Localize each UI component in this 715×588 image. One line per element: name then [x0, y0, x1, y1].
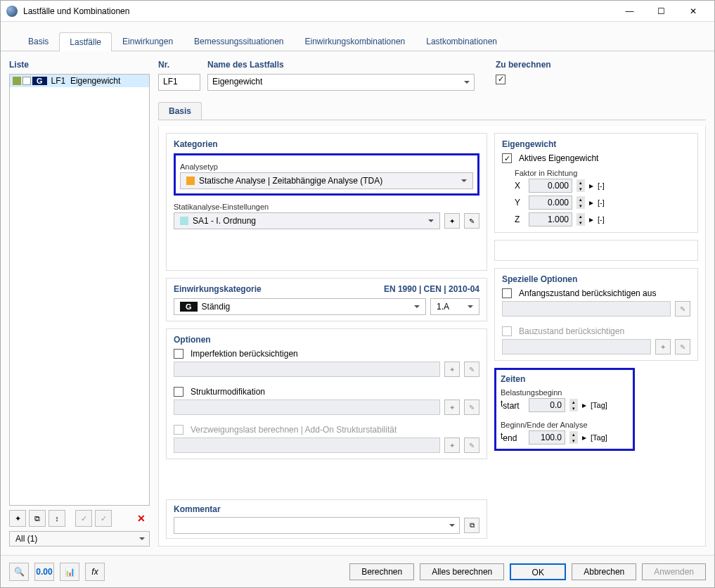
- filter-combo[interactable]: All (1): [9, 531, 150, 547]
- kommentar-btn[interactable]: ⧉: [464, 518, 479, 533]
- belastung-label: Belastungsbeginn: [501, 388, 629, 397]
- nr-input[interactable]: LF1: [158, 74, 200, 91]
- imperfektion-btn2: ✎: [464, 362, 479, 377]
- spezielle-panel: Spezielle Optionen Anfangszustand berück…: [494, 268, 698, 361]
- alles-berechnen-button[interactable]: Alles berechnen: [420, 563, 504, 580]
- spacer-panel-1: [494, 240, 698, 261]
- tab-lastkombinationen[interactable]: Lastkombinationen: [416, 32, 508, 51]
- calc-checkbox[interactable]: [496, 75, 505, 84]
- new-button[interactable]: ✦: [9, 510, 26, 527]
- anfang-checkbox[interactable]: [502, 288, 512, 298]
- units-button[interactable]: 0.00: [34, 563, 54, 581]
- tab-basis[interactable]: Basis: [18, 32, 59, 51]
- imperfektion-field: [174, 362, 440, 377]
- z-up[interactable]: ▴: [576, 213, 585, 219]
- tstart-down[interactable]: ▾: [569, 405, 578, 411]
- z-down[interactable]: ▾: [576, 219, 585, 226]
- optionen-header: Optionen: [174, 335, 479, 345]
- subtab-basis[interactable]: Basis: [158, 102, 202, 120]
- ok-button[interactable]: OK: [510, 563, 566, 580]
- statik-dropdown[interactable]: SA1 - I. Ordnung: [174, 212, 440, 229]
- y-input[interactable]: [529, 196, 572, 210]
- bauzustand-btn1: ✦: [655, 339, 671, 354]
- tstart-up[interactable]: ▴: [569, 399, 578, 405]
- x-down[interactable]: ▾: [576, 186, 585, 192]
- loadcase-list[interactable]: G LF1 Eigengewicht: [9, 74, 150, 506]
- einwirkung-code-dropdown[interactable]: 1.A: [430, 298, 479, 315]
- tend-up[interactable]: ▴: [569, 431, 578, 437]
- check-button-2[interactable]: ✓: [95, 510, 112, 527]
- struktur-checkbox[interactable]: [174, 387, 183, 397]
- struktur-btn1: ✦: [444, 400, 460, 415]
- minimize-button[interactable]: —: [614, 1, 645, 21]
- list-item-code: LF1: [51, 76, 66, 86]
- main-tabs: Basis Lastfälle Einwirkungen Bemessungss…: [1, 22, 714, 51]
- name-label: Name des Lastfalls: [207, 60, 475, 70]
- sort-button[interactable]: ↕: [49, 510, 65, 527]
- color-swatch-2: [22, 77, 31, 85]
- tstart-arrow-icon[interactable]: ▸: [582, 400, 586, 410]
- berechnen-button[interactable]: Berechnen: [349, 563, 414, 580]
- analysetyp-value: Statische Analyse | Zeitabhängige Analys…: [199, 176, 382, 186]
- categories-panel: Kategorien Analysetyp Statische Analyse …: [166, 133, 487, 271]
- tab-bemessungssituationen[interactable]: Bemessungssituationen: [183, 32, 294, 51]
- eigengewicht-panel: Eigengewicht Aktives Eigengewicht Faktor…: [494, 133, 698, 233]
- maximize-button[interactable]: ☐: [645, 1, 677, 21]
- einwirkung-panel: Einwirkungskategorie EN 1990 | CEN | 201…: [166, 278, 487, 321]
- statik-value: SA1 - I. Ordnung: [193, 216, 256, 226]
- x-up[interactable]: ▴: [576, 179, 585, 186]
- struktur-label: Strukturmodifikation: [191, 387, 265, 397]
- list-item-name: Eigengewicht: [70, 76, 120, 86]
- statik-new-button[interactable]: ✦: [444, 213, 460, 229]
- tool-button-1[interactable]: 📊: [60, 563, 79, 581]
- kommentar-label: Kommentar: [174, 504, 479, 514]
- anwenden-button: Anwenden: [642, 563, 706, 580]
- einwirkung-value: Ständig: [202, 302, 231, 312]
- tool-button-2[interactable]: fx: [85, 563, 105, 581]
- tend-arrow-icon[interactable]: ▸: [582, 433, 586, 442]
- nr-label: Nr.: [158, 60, 200, 70]
- tstart-input[interactable]: [529, 398, 565, 412]
- tstart-label: tstart: [501, 399, 524, 411]
- close-button[interactable]: ✕: [677, 1, 709, 21]
- copy-button[interactable]: ⧉: [29, 510, 46, 527]
- eigengewicht-header: Eigengewicht: [502, 139, 690, 149]
- imperfektion-checkbox[interactable]: [174, 349, 183, 359]
- tend-input[interactable]: [529, 430, 565, 445]
- analysetyp-dropdown[interactable]: Statische Analyse | Zeitabhängige Analys…: [180, 172, 473, 189]
- y-unit: [-]: [598, 198, 605, 207]
- z-arrow-icon[interactable]: ▸: [589, 215, 593, 224]
- y-arrow-icon[interactable]: ▸: [589, 198, 593, 207]
- kommentar-input[interactable]: [174, 517, 460, 534]
- x-input[interactable]: [529, 179, 572, 193]
- imperfektion-label: Imperfektion berücksichtigen: [191, 349, 298, 359]
- verzweig-field: [174, 437, 440, 453]
- delete-button[interactable]: ✕: [133, 510, 150, 527]
- orange-icon: [186, 177, 195, 185]
- optionen-panel: Optionen Imperfektion berücksichtigen ✦ …: [166, 328, 487, 459]
- tab-lastfaelle[interactable]: Lastfälle: [59, 32, 112, 51]
- list-label: Liste: [9, 60, 150, 70]
- x-arrow-icon[interactable]: ▸: [589, 181, 593, 191]
- check-button-1[interactable]: ✓: [75, 510, 92, 527]
- y-down[interactable]: ▾: [576, 203, 585, 209]
- list-item[interactable]: G LF1 Eigengewicht: [10, 75, 149, 87]
- tab-einwirkungskombinationen[interactable]: Einwirkungskombinationen: [295, 32, 416, 51]
- app-icon: [6, 6, 18, 17]
- z-input[interactable]: [529, 212, 572, 226]
- y-up[interactable]: ▴: [576, 196, 585, 203]
- abbrechen-button[interactable]: Abbrechen: [572, 563, 636, 580]
- tab-einwirkungen[interactable]: Einwirkungen: [112, 32, 183, 51]
- help-button[interactable]: 🔍: [9, 563, 29, 581]
- filter-value: All (1): [15, 534, 37, 544]
- verzweig-checkbox: [174, 425, 183, 435]
- cyan-icon: [180, 217, 188, 225]
- bauzustand-checkbox: [502, 326, 512, 336]
- name-input[interactable]: Eigengewicht: [207, 74, 475, 91]
- titlebar: Lastfälle und Kombinationen — ☐ ✕: [1, 1, 714, 22]
- einwirkung-dropdown[interactable]: G Ständig: [174, 298, 426, 315]
- statik-edit-button[interactable]: ✎: [464, 213, 479, 229]
- bauzustand-btn2: ✎: [675, 339, 690, 354]
- tend-down[interactable]: ▾: [569, 437, 578, 444]
- aktiv-checkbox[interactable]: [502, 153, 512, 163]
